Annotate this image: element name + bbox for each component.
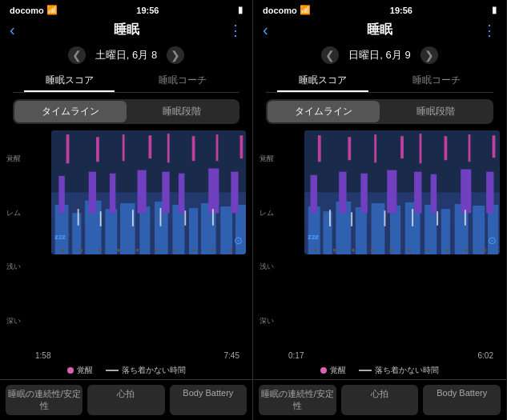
sleep-chart-svg-1 bbox=[51, 130, 246, 254]
svg-rect-20 bbox=[179, 174, 184, 214]
svg-rect-35 bbox=[184, 210, 186, 226]
label-light-2: 浅い bbox=[260, 262, 282, 272]
carrier-1: docomo bbox=[10, 6, 44, 15]
svg-rect-81 bbox=[412, 209, 413, 226]
carrier-2: docomo bbox=[263, 6, 297, 15]
toggle-timeline-2[interactable]: タイムライン bbox=[268, 101, 380, 122]
svg-rect-50 bbox=[308, 206, 320, 254]
battery-icon-2: ▮ bbox=[492, 5, 497, 15]
bottom-tab-continuity-2[interactable]: 睡眠の連続性/安定性 bbox=[259, 385, 336, 415]
svg-rect-21 bbox=[208, 169, 219, 214]
date-label-1: 土曜日, 6月 8 bbox=[95, 48, 157, 62]
svg-rect-16 bbox=[89, 172, 96, 214]
bottom-tab-battery-1[interactable]: Body Battery bbox=[170, 385, 247, 415]
date-nav-2: ❮ 日曜日, 6月 9 ❯ bbox=[253, 42, 506, 69]
svg-rect-58 bbox=[441, 209, 450, 254]
bottom-tabs-1: 睡眠の連続性/安定性 心拍 Body Battery bbox=[0, 379, 252, 420]
svg-point-85 bbox=[333, 249, 336, 252]
tab-sleep-score-1[interactable]: 睡眠スコア bbox=[13, 69, 127, 92]
tab-sleep-score-2[interactable]: 睡眠スコア bbox=[266, 69, 380, 92]
svg-point-39 bbox=[99, 249, 102, 252]
battery-icon-1: ▮ bbox=[238, 5, 243, 15]
svg-point-91 bbox=[445, 249, 449, 252]
svg-point-89 bbox=[408, 249, 412, 252]
svg-rect-30 bbox=[240, 135, 243, 158]
svg-rect-18 bbox=[137, 170, 146, 214]
wifi-icon-1: 📶 bbox=[46, 5, 58, 15]
svg-point-45 bbox=[211, 249, 214, 252]
phone-panel-1: docomo 📶 19:56 ▮ ‹ 睡眠 ⋮ ❮ 土曜日, 6月 8 ❯ 睡眠… bbox=[0, 0, 253, 420]
status-right-1: ▮ bbox=[238, 5, 243, 15]
svg-point-92 bbox=[465, 249, 468, 252]
legend-wake-label-2: 覚醒 bbox=[330, 365, 346, 376]
svg-point-44 bbox=[192, 249, 195, 252]
next-date-2[interactable]: ❯ bbox=[420, 46, 438, 64]
legend-dot-1 bbox=[67, 367, 74, 374]
svg-rect-34 bbox=[160, 208, 162, 226]
svg-point-41 bbox=[136, 249, 139, 252]
svg-point-93 bbox=[483, 249, 486, 252]
legend-wake-1: 覚醒 bbox=[67, 365, 93, 376]
toggle-timeline-1[interactable]: タイムライン bbox=[14, 101, 127, 122]
time-1: 19:56 bbox=[136, 6, 159, 15]
page-title-2: 睡眠 bbox=[367, 22, 392, 38]
svg-rect-11 bbox=[189, 208, 198, 254]
bottom-tab-continuity-1[interactable]: 睡眠の連続性/安定性 bbox=[6, 385, 82, 415]
svg-point-38 bbox=[80, 249, 83, 252]
svg-rect-15 bbox=[58, 176, 64, 214]
svg-rect-4 bbox=[72, 213, 81, 254]
date-label-2: 日曜日, 6月 9 bbox=[348, 48, 410, 62]
legend-dot-2 bbox=[320, 367, 327, 374]
svg-rect-22 bbox=[231, 172, 238, 214]
label-wake-2: 覚醒 bbox=[260, 154, 282, 164]
bottom-tabs-2: 睡眠の連続性/安定性 心拍 Body Battery bbox=[253, 379, 506, 420]
back-button-1[interactable]: ‹ bbox=[10, 21, 15, 39]
svg-rect-26 bbox=[149, 135, 152, 158]
sleep-start-icon-1: ᶻ²ᶻ bbox=[54, 233, 66, 245]
bottom-tab-hr-2[interactable]: 心拍 bbox=[341, 385, 419, 415]
status-bar-2: docomo 📶 19:56 ▮ bbox=[253, 0, 506, 18]
chart-footer-2: 0:17 6:02 bbox=[266, 351, 493, 360]
next-date-1[interactable]: ❯ bbox=[167, 46, 184, 64]
svg-rect-64 bbox=[360, 174, 367, 214]
svg-rect-53 bbox=[356, 207, 367, 254]
more-button-2[interactable]: ⋮ bbox=[482, 22, 497, 39]
tabs-row-1: 睡眠スコア 睡眠コーチ bbox=[13, 69, 239, 93]
status-bar-1: docomo 📶 19:56 ▮ bbox=[0, 0, 252, 18]
chart-area-2: 覚醒 レム 浅い 深い bbox=[253, 130, 506, 362]
svg-rect-25 bbox=[123, 134, 125, 161]
svg-rect-13 bbox=[220, 206, 232, 254]
svg-rect-8 bbox=[139, 206, 150, 254]
bottom-tab-battery-2[interactable]: Body Battery bbox=[423, 385, 501, 415]
svg-point-42 bbox=[155, 249, 158, 252]
nav-bar-2: ‹ 睡眠 ⋮ bbox=[253, 18, 506, 42]
back-button-2[interactable]: ‹ bbox=[263, 21, 268, 39]
label-light-1: 浅い bbox=[6, 262, 29, 272]
more-button-1[interactable]: ⋮ bbox=[228, 22, 243, 39]
toggle-row-2: タイムライン 睡眠段階 bbox=[266, 99, 493, 124]
legend-wake-2: 覚醒 bbox=[320, 365, 346, 376]
time-2: 19:56 bbox=[390, 6, 412, 15]
svg-rect-31 bbox=[78, 209, 79, 226]
toggle-stages-2[interactable]: 睡眠段階 bbox=[380, 101, 492, 122]
status-left-2: docomo 📶 bbox=[263, 5, 311, 15]
svg-rect-33 bbox=[132, 210, 134, 226]
svg-rect-77 bbox=[493, 135, 496, 158]
svg-rect-72 bbox=[374, 134, 376, 162]
bottom-tab-hr-1[interactable]: 心拍 bbox=[87, 385, 164, 415]
prev-date-2[interactable]: ❮ bbox=[321, 46, 339, 64]
svg-rect-73 bbox=[400, 136, 404, 158]
svg-rect-32 bbox=[100, 211, 102, 226]
svg-rect-27 bbox=[167, 134, 170, 162]
svg-rect-60 bbox=[473, 206, 485, 254]
tab-sleep-coach-1[interactable]: 睡眠コーチ bbox=[127, 69, 240, 92]
svg-rect-83 bbox=[465, 210, 466, 226]
svg-point-86 bbox=[352, 249, 355, 252]
legend-restless-label-1: 落ち着かない時間 bbox=[122, 365, 186, 376]
prev-date-1[interactable]: ❮ bbox=[68, 46, 86, 64]
svg-rect-68 bbox=[461, 170, 471, 214]
toggle-stages-1[interactable]: 睡眠段階 bbox=[127, 101, 239, 122]
svg-point-88 bbox=[389, 249, 392, 252]
tab-sleep-coach-2[interactable]: 睡眠コーチ bbox=[380, 69, 493, 92]
end-time-2: 6:02 bbox=[478, 351, 493, 360]
